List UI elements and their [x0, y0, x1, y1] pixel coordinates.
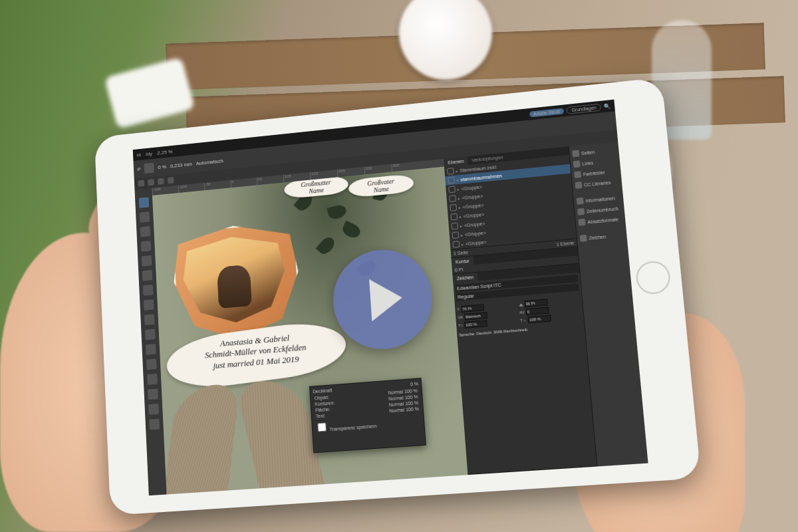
align-icon[interactable] — [138, 180, 144, 187]
phone — [104, 57, 196, 129]
rect-frame-tool-icon[interactable] — [144, 314, 155, 325]
line-tool-icon[interactable] — [142, 270, 153, 281]
visibility-icon[interactable] — [450, 213, 458, 221]
swatches-icon — [574, 171, 581, 178]
visibility-icon[interactable] — [453, 241, 460, 248]
share-button[interactable]: Adobe Stock — [529, 108, 565, 117]
isolate-checkbox[interactable] — [317, 422, 327, 432]
hscale-input[interactable] — [528, 315, 552, 323]
photo-shield[interactable] — [172, 220, 298, 340]
character-panel: Zeichen Edwardian Script ITC Regular T ⏏… — [452, 263, 597, 475]
field-value[interactable]: 0 % — [158, 164, 166, 170]
home-button[interactable] — [635, 260, 672, 295]
pencil-tool-icon[interactable] — [144, 299, 154, 311]
visibility-icon[interactable] — [448, 186, 456, 193]
rect-tool-icon[interactable] — [145, 329, 156, 340]
visibility-icon[interactable] — [448, 177, 455, 184]
info-icon — [577, 198, 584, 205]
visibility-icon[interactable] — [451, 222, 458, 229]
layer-name[interactable]: <Gruppe> — [463, 211, 484, 218]
align-icon[interactable] — [158, 178, 164, 185]
layer-name[interactable]: <Gruppe> — [462, 203, 483, 209]
field-value[interactable]: 0,233 mm — [170, 161, 193, 169]
pages-icon — [572, 150, 579, 158]
layer-name[interactable]: <Gruppe> — [461, 184, 482, 191]
paragraph-icon[interactable]: P — [137, 166, 140, 172]
effects-floating-panel[interactable]: Deckkraft 0 % Objekt:Normal 100 % Kontur… — [309, 378, 426, 453]
couple-silhouette — [217, 265, 251, 309]
gap-tool-icon[interactable] — [141, 241, 152, 252]
stroke-weight[interactable]: 0 Pt — [455, 267, 464, 273]
transform-tool-icon[interactable] — [146, 358, 157, 370]
character-icon — [580, 235, 587, 242]
visibility-icon[interactable] — [452, 231, 460, 239]
align-icon[interactable] — [148, 179, 154, 186]
links-icon — [573, 160, 581, 168]
panel-title: Deckkraft — [313, 388, 332, 394]
zoom-level[interactable]: 2,25 % — [157, 148, 173, 156]
selection-tool-icon[interactable] — [139, 197, 150, 208]
leading-input[interactable] — [524, 299, 548, 307]
kerning-input[interactable] — [464, 312, 487, 321]
opacity-value[interactable]: 0 % — [410, 381, 419, 386]
vscale-input[interactable] — [464, 320, 487, 329]
gradient-tool-icon[interactable] — [147, 374, 158, 385]
layer-name[interactable]: <Gruppe> — [464, 221, 485, 227]
tree-trunk — [167, 364, 315, 494]
language-value[interactable]: Deutsch: 2006 Rechtschreib — [476, 327, 527, 335]
wrap-icon — [577, 208, 585, 215]
filename: Idy — [146, 150, 152, 156]
layer-name[interactable]: <Gruppe> — [462, 194, 483, 200]
type-tool-icon[interactable] — [142, 255, 152, 267]
layer-count: 1 Ebene — [556, 241, 574, 247]
layer-name[interactable]: <Gruppe> — [465, 230, 486, 237]
direct-select-tool-icon[interactable] — [140, 211, 150, 223]
font-size-input[interactable] — [461, 304, 484, 313]
visibility-icon[interactable] — [447, 168, 454, 175]
tablet-device: Id Idy 2,25 % Adobe Stock Grundlagen 🔍 P… — [94, 77, 701, 515]
search-icon[interactable]: 🔍 — [603, 103, 610, 110]
para-styles-icon — [579, 219, 586, 226]
align-icon[interactable] — [168, 177, 174, 184]
visibility-icon[interactable] — [450, 204, 457, 211]
zoom-tool-icon[interactable] — [149, 419, 160, 430]
hand-tool-icon[interactable] — [148, 404, 159, 415]
scissors-tool-icon[interactable] — [146, 344, 156, 355]
page-count: 1 Seite — [454, 250, 468, 256]
visibility-icon[interactable] — [449, 195, 456, 202]
pen-tool-icon[interactable] — [143, 285, 154, 296]
workspace-switcher[interactable]: Grundlagen — [567, 103, 601, 114]
language-label: Sprache: — [459, 332, 475, 337]
tracking-input[interactable] — [525, 307, 549, 315]
cc-libraries-icon — [575, 182, 583, 189]
right-panel-dock: Ebenen Verknüpfungen ▸Stammbaum.indd ▾st… — [444, 142, 648, 475]
field-value[interactable]: Automatisch — [196, 158, 223, 166]
page-tool-icon[interactable] — [140, 226, 151, 237]
layers-panel: Ebenen Verknüpfungen ▸Stammbaum.indd ▾st… — [444, 146, 577, 258]
align-icon[interactable] — [144, 162, 155, 174]
eyedropper-tool-icon[interactable] — [148, 388, 158, 400]
app-logo: Id — [136, 152, 141, 158]
layer-name[interactable]: <Gruppe> — [466, 239, 487, 246]
